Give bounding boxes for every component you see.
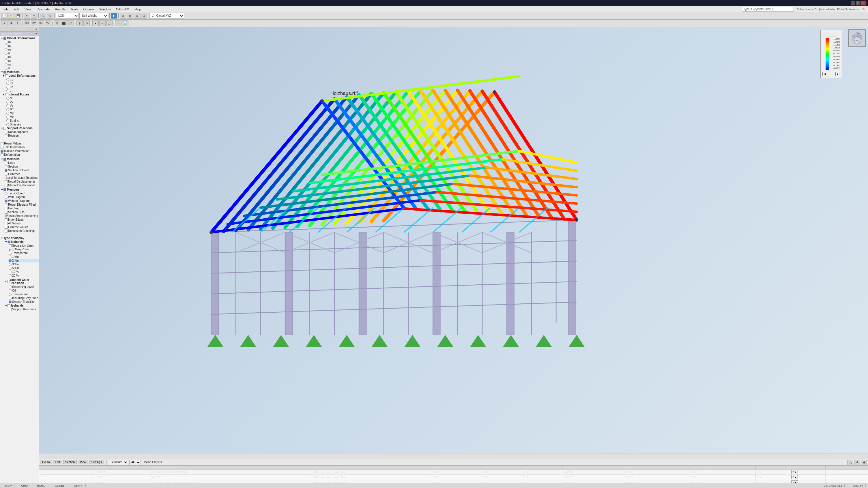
Mz-radio[interactable]: [6, 116, 9, 119]
member-tool[interactable]: ━: [99, 21, 105, 26]
tree-extreme-values[interactable]: Extreme Values: [4, 225, 39, 229]
redo-button[interactable]: ↪: [31, 13, 37, 19]
table-row[interactable]: 1 B_KH 100/100 1400,1549,1550,1553,1557,…: [39, 469, 868, 475]
20p-radio[interactable]: [9, 274, 11, 277]
load-tool[interactable]: ↓: [115, 21, 122, 26]
tree-title-info[interactable]: Title Information: [0, 145, 39, 149]
filter-dropdown[interactable]: All: [129, 460, 141, 465]
support-tool[interactable]: △: [106, 21, 113, 26]
new-button[interactable]: 📄: [1, 13, 7, 19]
tool-btn-2[interactable]: ⊗: [127, 13, 133, 19]
plastic-stress-cb[interactable]: [5, 215, 5, 218]
tree-isobands[interactable]: ▼ Isobands: [4, 240, 39, 244]
luy-radio[interactable]: [6, 82, 9, 85]
smooth-color-cb[interactable]: [7, 280, 10, 283]
view-button[interactable]: View: [78, 460, 88, 464]
5pu-radio[interactable]: [9, 267, 11, 270]
support-reactions-checkbox[interactable]: [3, 127, 6, 130]
zoom-in-button[interactable]: 🔍: [40, 13, 46, 19]
options-btn[interactable]: P ▶: [791, 475, 798, 479]
nav-close-button[interactable]: ✕: [35, 28, 37, 31]
window-controls[interactable]: ─ □ ✕: [851, 1, 866, 5]
solid-button[interactable]: ⬛: [61, 21, 67, 26]
legend-prev[interactable]: ◀: [823, 72, 827, 76]
gray-zone-radio[interactable]: [11, 248, 14, 251]
tree-members2[interactable]: ▼ Members: [0, 188, 39, 192]
tree-phiz[interactable]: φz: [4, 63, 39, 66]
tree-hatching[interactable]: Hatching: [4, 206, 39, 210]
inner-edges-cb[interactable]: [5, 218, 7, 221]
result-tool[interactable]: 📊: [122, 21, 128, 26]
3pu-radio[interactable]: [9, 263, 11, 266]
search-input[interactable]: [742, 7, 794, 11]
1pu-radio[interactable]: [9, 256, 11, 258]
10p-radio[interactable]: [9, 270, 11, 273]
stresses-radio[interactable]: [6, 123, 9, 126]
tree-maxmin-info[interactable]: MaxMin Information: [0, 149, 39, 153]
local-def-checkbox[interactable]: [5, 74, 8, 77]
tree-support-reactions-2[interactable]: Support Reactions: [8, 307, 39, 311]
transparent-iso-radio[interactable]: [9, 252, 11, 255]
tree-lux[interactable]: ux: [6, 77, 39, 82]
tree-off[interactable]: Off: [8, 289, 39, 292]
two-colored-radio[interactable]: [5, 192, 7, 195]
tree-separation-lines[interactable]: Separation Lines: [8, 244, 39, 248]
local-torsional-radio[interactable]: [5, 176, 5, 180]
tree-transparent2[interactable]: Transparent: [8, 292, 39, 296]
section-cuts-cb[interactable]: [5, 211, 7, 214]
cell-options[interactable]: P ▶: [790, 475, 825, 480]
all-values-cb[interactable]: [5, 222, 7, 225]
tree-N[interactable]: N: [6, 96, 39, 100]
section-button[interactable]: Section: [63, 460, 77, 464]
close-button[interactable]: ✕: [861, 1, 866, 5]
N-radio[interactable]: [6, 97, 9, 100]
run-button[interactable]: ▶: [111, 13, 117, 19]
tool-btn-3[interactable]: ⊞: [134, 13, 140, 19]
view-yz-button[interactable]: YZ: [45, 21, 51, 26]
tree-extremes[interactable]: Extremes: [4, 172, 39, 176]
tree-nodal-supports[interactable]: Nodal Supports: [4, 130, 39, 134]
view-xy-button[interactable]: XY: [31, 21, 37, 26]
tree-including-gray[interactable]: Including Gray Zone: [8, 296, 39, 300]
open-button[interactable]: 📂: [8, 13, 14, 19]
global-def-checkbox[interactable]: [3, 37, 6, 40]
tree-lu[interactable]: u: [6, 89, 39, 93]
tree-two-colored[interactable]: Two-Colored: [4, 192, 39, 195]
tree-u[interactable]: u: [4, 51, 39, 55]
copy-button[interactable]: ⧉: [83, 21, 90, 26]
tree-all-values[interactable]: All Values: [4, 222, 39, 225]
uy-radio[interactable]: [5, 44, 7, 47]
without-diagram-radio[interactable]: [5, 200, 7, 202]
tree-global-deformations[interactable]: ▼ Global Deformations: [0, 36, 39, 40]
export-icon[interactable]: 📤: [861, 460, 867, 465]
tree-luy[interactable]: uy: [6, 82, 39, 85]
lcs-dropdown[interactable]: LCS: [56, 13, 79, 19]
wire-button[interactable]: ⊟: [54, 21, 60, 26]
2pu-radio[interactable]: [9, 259, 11, 262]
tree-1pu[interactable]: 1 %u: [8, 255, 39, 259]
tree-members[interactable]: ▼ Members: [0, 70, 39, 74]
node-tool[interactable]: ●: [92, 21, 99, 26]
section-colored-radio[interactable]: [5, 169, 7, 172]
transparent-btn[interactable]: ⬡: [67, 21, 74, 26]
tree-My[interactable]: My: [6, 111, 39, 115]
undo-button[interactable]: ↩: [24, 13, 30, 19]
extreme-values-cb[interactable]: [5, 226, 7, 229]
move-button[interactable]: ✚: [8, 21, 14, 26]
tree-2pu[interactable]: 2 %u: [8, 259, 39, 262]
status-grid[interactable]: GRID: [19, 484, 31, 487]
maxmin-cb[interactable]: [1, 150, 3, 153]
save-button[interactable]: 💾: [15, 13, 21, 19]
tree-transparent-iso[interactable]: Transparent: [8, 251, 39, 255]
status-snap[interactable]: SNAP: [2, 484, 14, 487]
tree-members-disp[interactable]: ▼ Members: [0, 157, 39, 161]
luz-radio[interactable]: [6, 86, 9, 89]
goto-button[interactable]: Go To: [40, 460, 52, 464]
tree-plastic-stress[interactable]: Plastic Stress Smoothing: [4, 214, 39, 218]
tree-10p[interactable]: 10 %: [8, 270, 39, 274]
view-dropdown[interactable]: 1 - Global XYZ: [150, 13, 184, 19]
tree-global-disp[interactable]: Global Displacement: [4, 184, 39, 187]
lines-radio[interactable]: [5, 162, 7, 164]
tool-btn-1[interactable]: ⊕: [120, 13, 126, 19]
including-gray-radio[interactable]: [9, 297, 11, 300]
